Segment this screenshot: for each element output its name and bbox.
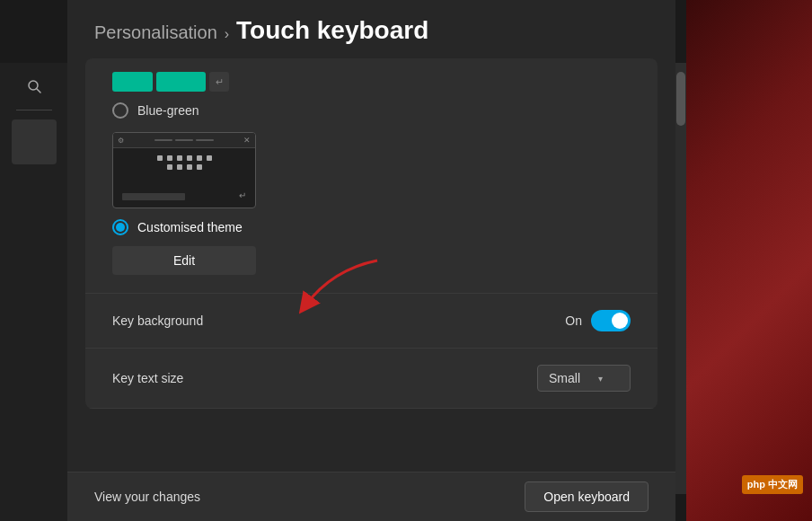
breadcrumb-parent[interactable]: Personalisation	[94, 22, 217, 43]
php-watermark: php 中文网	[742, 475, 803, 494]
key-background-toggle[interactable]	[591, 310, 631, 331]
key-background-row: Key background On	[85, 294, 658, 349]
preview-key-dot	[187, 155, 192, 161]
dropdown-value: Small	[549, 371, 580, 385]
radio-option-customised[interactable]: Customised theme	[112, 219, 631, 235]
preview-keys	[113, 148, 255, 177]
teal-key-1	[112, 72, 153, 92]
keyboard-preview-window: ⚙ ✕	[112, 132, 256, 208]
radio-label-customised: Customised theme	[137, 220, 243, 234]
preview-key-row-1	[122, 155, 246, 161]
preview-key-dot	[157, 155, 163, 161]
scrollbar-thumb	[676, 72, 685, 126]
sidebar-divider	[16, 110, 52, 110]
open-keyboard-button[interactable]: Open keyboard	[525, 481, 649, 512]
preview-bottom-bar	[122, 193, 185, 200]
teal-preview: ↵	[112, 72, 631, 92]
preview-key-dot	[197, 164, 202, 170]
chevron-down-icon: ▾	[598, 374, 603, 384]
radio-button-blue-green[interactable]	[112, 102, 128, 119]
preview-dot-1	[154, 139, 172, 141]
key-text-size-label: Key text size	[112, 371, 183, 385]
background-right	[686, 0, 812, 521]
radio-label-blue-green: Blue-green	[137, 103, 199, 118]
preview-key-dot	[197, 155, 202, 161]
view-changes-label: View your changes	[94, 490, 200, 504]
key-background-controls: On	[565, 310, 631, 331]
main-content: Personalisation › Touch keyboard ↵ Blue-…	[67, 0, 675, 521]
preview-close-icon: ✕	[243, 136, 251, 145]
preview-key-dot	[207, 155, 212, 161]
teal-enter-key: ↵	[209, 72, 229, 92]
key-text-size-row: Key text size Small ▾	[85, 349, 658, 409]
preview-key-dot	[167, 155, 172, 161]
toggle-thumb	[612, 313, 628, 329]
preview-key-row-2	[122, 164, 246, 170]
radio-option-blue-green[interactable]: Blue-green	[112, 102, 631, 119]
preview-settings-icon: ⚙	[118, 137, 124, 145]
svg-line-1	[37, 89, 40, 93]
preview-key-dot	[187, 164, 192, 170]
radio-button-customised[interactable]	[112, 219, 128, 235]
page-title: Touch keyboard	[236, 16, 428, 45]
key-text-size-dropdown[interactable]: Small ▾	[537, 365, 631, 392]
preview-enter-key: ↵	[239, 190, 246, 200]
preview-key-dot	[177, 164, 182, 170]
search-icon[interactable]	[20, 72, 49, 101]
preview-key-dot	[167, 164, 172, 170]
sidebar	[0, 63, 67, 521]
key-background-state: On	[565, 313, 582, 328]
settings-panel: ↵ Blue-green ⚙ ✕	[85, 58, 658, 409]
breadcrumb-chevron-icon: ›	[225, 26, 229, 42]
page-header: Personalisation › Touch keyboard	[67, 0, 675, 54]
scrollbar-track[interactable]	[675, 63, 686, 494]
preview-dot-3	[196, 139, 214, 141]
key-background-label: Key background	[112, 313, 203, 328]
radio-inner-dot	[116, 223, 125, 232]
teal-key-2	[156, 72, 206, 92]
keyboard-theme-section: ↵ Blue-green ⚙ ✕	[85, 58, 658, 294]
preview-key-dot	[177, 155, 182, 161]
edit-button[interactable]: Edit	[112, 246, 256, 275]
bottom-bar: View your changes Open keyboard	[67, 472, 675, 521]
sidebar-nav-item[interactable]	[12, 119, 57, 164]
preview-titlebar: ⚙ ✕	[113, 133, 255, 148]
preview-dot-2	[175, 139, 193, 141]
preview-titlebar-dots	[154, 139, 214, 141]
